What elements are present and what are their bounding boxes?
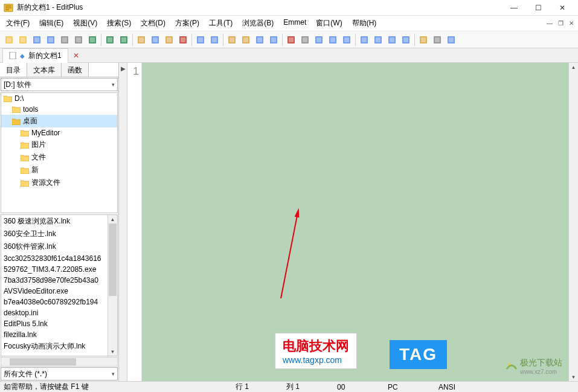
menu-emmet[interactable]: Emmet — [278, 16, 311, 30]
spell-check-button[interactable] — [86, 33, 99, 47]
tree-node[interactable]: 文件 — [1, 151, 117, 164]
mdi-minimize[interactable]: — — [544, 19, 555, 28]
sidebar-tab-functions[interactable]: 函数 — [62, 63, 89, 77]
list-item[interactable]: filezilla.lnk — [1, 329, 117, 340]
document-tab[interactable]: ◆ 新的文档1 — [2, 48, 68, 63]
file-list-hscrollbar[interactable] — [1, 357, 118, 367]
svg-rect-12 — [76, 37, 81, 42]
spell-check-icon — [88, 35, 97, 45]
editor-vscrollbar[interactable]: ▲ ▼ — [568, 63, 578, 381]
menu-文档[interactable]: 文档(D) — [136, 16, 170, 30]
hex-button[interactable] — [298, 33, 312, 47]
undo-button[interactable] — [103, 33, 117, 47]
scroll-down-icon[interactable]: ▼ — [569, 373, 578, 381]
menu-视图[interactable]: 视图(V) — [68, 16, 102, 30]
menu-窗口[interactable]: 窗口(W) — [311, 16, 347, 30]
word-wrap-button[interactable] — [267, 33, 280, 47]
maximize-button[interactable]: ☐ — [526, 1, 550, 15]
list-item[interactable]: 7ba3d3758d98e70fe25b43a0 — [1, 275, 117, 286]
drive-combo[interactable]: [D:] 软件 ▾ — [1, 78, 118, 91]
editor-canvas[interactable]: 电脑技术网 www.tagxp.com TAG 极光下载站 www.xz7.co… — [142, 63, 568, 381]
settings-button[interactable] — [431, 33, 444, 47]
sidebar-tab-directory[interactable]: 目录 — [0, 63, 27, 77]
mdi-restore[interactable]: ❐ — [555, 19, 566, 28]
list-item[interactable]: EditPlus 5.lnk — [1, 318, 117, 329]
menu-帮助[interactable]: 帮助(H) — [347, 16, 382, 30]
watermark-tagxp: 电脑技术网 www.tagxp.com — [275, 333, 357, 369]
word-button[interactable] — [312, 33, 326, 47]
scroll-down-icon[interactable]: ▼ — [108, 347, 117, 356]
file-list-vscrollbar[interactable]: ▲ ▼ — [108, 215, 117, 356]
list-item[interactable]: 360 极速浏览器X.lnk — [1, 215, 117, 228]
print-button[interactable] — [58, 33, 71, 47]
scroll-thumb[interactable] — [109, 223, 117, 296]
menu-文件[interactable]: 文件(F) — [1, 16, 34, 30]
list-item[interactable]: desktop.ini — [1, 307, 117, 318]
tree-label: tools — [23, 105, 38, 114]
tree-node[interactable]: MyEditor — [1, 127, 117, 138]
tab-close-icon[interactable]: ✕ — [73, 51, 79, 60]
menu-工具[interactable]: 工具(T) — [204, 16, 237, 30]
browser-ie-button[interactable] — [358, 33, 371, 47]
scroll-up-icon[interactable]: ▲ — [569, 63, 578, 71]
list-item[interactable]: 360软件管家.lnk — [1, 240, 117, 253]
list-item[interactable]: AVSVideoEditor.exe — [1, 286, 117, 297]
folder-tree[interactable]: D:\tools桌面MyEditor图片文件新资源文件 — [1, 92, 118, 213]
browser-icon — [387, 35, 397, 45]
list-item[interactable]: Focusky动画演示大师.lnk — [1, 340, 117, 353]
browser-edge-button[interactable] — [371, 33, 385, 47]
list-item[interactable]: 3cc302532830f61c4a1843616 — [1, 253, 117, 264]
svg-rect-6 — [34, 37, 39, 42]
menu-编辑[interactable]: 编辑(E) — [34, 16, 68, 30]
file-list[interactable]: 360 极速浏览器X.lnk360安全卫士.lnk360软件管家.lnk3cc3… — [1, 214, 118, 356]
save-all-button[interactable] — [44, 33, 57, 47]
find-replace-button[interactable] — [239, 33, 252, 47]
back-button[interactable] — [194, 33, 207, 47]
paste-button[interactable] — [162, 33, 176, 47]
new-file-button[interactable] — [2, 33, 16, 47]
file-filter-combo[interactable]: 所有文件 (*.*) ▾ — [1, 367, 118, 381]
svg-line-64 — [281, 213, 298, 298]
hscroll-thumb[interactable] — [10, 358, 76, 365]
menu-方案[interactable]: 方案(P) — [170, 16, 204, 30]
list-item[interactable]: 360安全卫士.lnk — [1, 228, 117, 240]
scroll-up-icon[interactable]: ▲ — [108, 215, 117, 223]
mdi-close[interactable]: ✕ — [566, 19, 577, 28]
line-numbers-button[interactable] — [326, 33, 339, 47]
print-preview-button[interactable] — [72, 33, 85, 47]
forward-button[interactable] — [208, 33, 221, 47]
menu-搜索[interactable]: 搜索(S) — [102, 16, 136, 30]
open-file-button[interactable] — [16, 33, 30, 47]
redo-button[interactable] — [117, 33, 130, 47]
help-button[interactable] — [445, 33, 458, 47]
list-item[interactable]: b7ea4038e0c60789292fb194 — [1, 297, 117, 307]
tree-node[interactable]: 新 — [1, 164, 117, 176]
tree-node[interactable]: 资源文件 — [1, 176, 117, 189]
watermark-text: 极光下载站 — [520, 358, 562, 368]
cut-button[interactable] — [135, 33, 148, 47]
close-button[interactable]: ✕ — [550, 1, 574, 15]
find-button[interactable] — [225, 33, 239, 47]
font-size-button[interactable] — [284, 33, 298, 47]
sidebar-tab-cliptext[interactable]: 文本库 — [27, 63, 62, 77]
char-map-button[interactable] — [340, 33, 353, 47]
tree-node[interactable]: D:\ — [1, 93, 117, 104]
tree-node[interactable]: 桌面 — [1, 115, 117, 127]
menu-浏览器[interactable]: 浏览器(B) — [237, 16, 278, 30]
save-file-button[interactable] — [30, 33, 43, 47]
app-icon — [4, 3, 13, 13]
copy-button[interactable] — [149, 33, 162, 47]
minimize-button[interactable]: — — [502, 1, 526, 15]
delete-button[interactable] — [176, 33, 190, 47]
macro-button[interactable] — [417, 33, 430, 47]
tree-node[interactable]: 图片 — [1, 138, 117, 151]
svg-rect-38 — [271, 37, 276, 42]
tree-node[interactable]: tools — [1, 104, 117, 115]
find-replace-icon — [241, 35, 251, 45]
browser-button[interactable] — [385, 33, 399, 47]
bookmark-icon — [255, 35, 265, 45]
bookmark-button[interactable] — [253, 33, 266, 47]
list-item[interactable]: 529762_TIM3.4.7.22085.exe — [1, 264, 117, 275]
tile-h-button[interactable] — [399, 33, 413, 47]
ruler-collapse-handle[interactable]: ▶ — [119, 63, 127, 381]
